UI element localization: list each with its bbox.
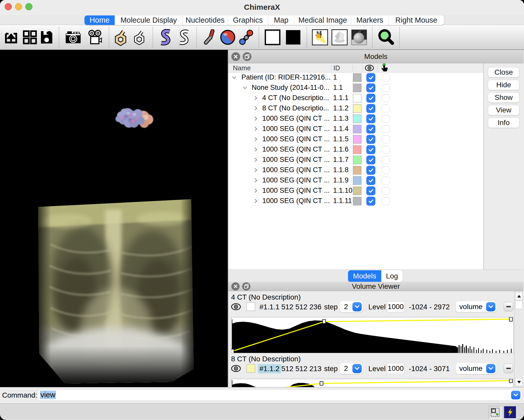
column-select-hand-icon[interactable]	[381, 63, 388, 74]
collapsed-chevron-icon[interactable]	[253, 198, 259, 204]
full-lighting-icon[interactable]	[349, 29, 369, 45]
hide-cartoons-icon[interactable]	[175, 29, 193, 45]
model-color-swatch[interactable]	[353, 176, 361, 185]
select-checkbox[interactable]	[382, 135, 390, 143]
step-select[interactable]: 2	[340, 301, 363, 312]
command-history-chevron-icon[interactable]	[511, 391, 520, 399]
select-checkbox[interactable]	[382, 166, 390, 174]
shown-checkbox[interactable]	[366, 197, 375, 206]
collapse-volume-icon[interactable]	[504, 302, 513, 311]
display-style-select[interactable]: volume	[456, 301, 496, 312]
volume-viewer-scrollbar[interactable]	[514, 291, 523, 387]
model-tree-row[interactable]: 1000 SEG (QIN CT ...1.1.6	[228, 145, 483, 155]
model-color-swatch[interactable]	[353, 135, 361, 144]
tab-markers[interactable]: Markers	[351, 15, 388, 25]
shown-checkbox[interactable]	[366, 145, 375, 154]
collapsed-chevron-icon[interactable]	[253, 116, 259, 121]
command-input[interactable]: view	[37, 389, 522, 401]
chevron-down-icon[interactable]	[486, 364, 495, 373]
shown-checkbox[interactable]	[366, 155, 375, 164]
collapsed-chevron-icon[interactable]	[253, 178, 259, 183]
volume-model-id[interactable]: #1.1.1	[258, 302, 281, 312]
tab-models[interactable]: Models	[348, 270, 381, 282]
chevron-down-icon[interactable]	[352, 302, 362, 311]
model-tree-row[interactable]: None Study (2014-11-0...1.1	[228, 83, 483, 93]
select-checkbox[interactable]	[382, 94, 390, 102]
select-checkbox[interactable]	[382, 177, 390, 185]
select-checkbox[interactable]	[382, 146, 390, 154]
volume-color-swatch[interactable]	[247, 302, 255, 311]
show-models-button[interactable]: Show	[488, 92, 519, 103]
collapsed-chevron-icon[interactable]	[253, 147, 259, 152]
tab-nucleotides[interactable]: Nucleotides	[182, 15, 227, 25]
shown-checkbox[interactable]	[366, 176, 375, 185]
histogram-1[interactable]	[231, 317, 514, 353]
eye-icon[interactable]	[231, 303, 241, 312]
select-checkbox[interactable]	[382, 187, 390, 195]
tab-home[interactable]: Home	[84, 15, 115, 25]
collapsed-chevron-icon[interactable]	[253, 136, 259, 142]
open-file-icon[interactable]	[0, 30, 22, 45]
collapse-volume-icon[interactable]	[504, 364, 513, 373]
tab-map[interactable]: Map	[268, 15, 294, 25]
model-tree-row[interactable]: 8 CT (No Descriptio...1.1.2	[228, 103, 483, 114]
expanded-chevron-icon[interactable]	[231, 75, 237, 80]
black-background-icon[interactable]	[283, 29, 303, 45]
save-icon[interactable]	[38, 30, 56, 45]
select-checkbox[interactable]	[382, 125, 390, 133]
white-background-icon[interactable]	[262, 29, 283, 45]
model-color-swatch[interactable]	[353, 73, 361, 82]
shown-checkbox[interactable]	[366, 135, 375, 144]
snapshot-camera-icon[interactable]	[62, 31, 84, 44]
hide-ligands-icon[interactable]	[131, 29, 149, 45]
hide-models-button[interactable]: Hide	[488, 80, 519, 90]
shown-checkbox[interactable]	[366, 104, 375, 113]
expanded-chevron-icon[interactable]	[242, 85, 248, 91]
select-checkbox[interactable]	[382, 156, 390, 164]
column-id[interactable]: ID	[333, 64, 340, 72]
collapsed-chevron-icon[interactable]	[253, 157, 259, 163]
tab-log[interactable]: Log	[381, 270, 403, 282]
model-tree-row[interactable]: 1000 SEG (QIN CT ...1.1.10	[228, 186, 483, 196]
show-sticks-icon[interactable]	[200, 29, 218, 45]
model-color-swatch[interactable]	[353, 84, 361, 92]
model-color-swatch[interactable]	[353, 104, 361, 113]
model-tree-row[interactable]: 1000 SEG (QIN CT ...1.1.9	[228, 176, 483, 186]
collapsed-chevron-icon[interactable]	[253, 106, 259, 111]
shown-checkbox[interactable]	[366, 186, 375, 195]
select-checkbox[interactable]	[382, 115, 390, 123]
model-tree-row[interactable]: 1000 SEG (QIN CT ...1.1.11	[228, 196, 483, 206]
model-color-swatch[interactable]	[353, 156, 361, 164]
model-color-swatch[interactable]	[353, 166, 361, 174]
shown-checkbox[interactable]	[366, 166, 375, 175]
select-checkbox[interactable]	[382, 84, 390, 92]
model-color-swatch[interactable]	[353, 197, 361, 205]
shown-checkbox[interactable]	[366, 114, 375, 123]
collapsed-chevron-icon[interactable]	[253, 95, 259, 101]
recent-files-icon[interactable]	[22, 30, 38, 45]
model-tree-row[interactable]: 1000 SEG (QIN CT ...1.1.8	[228, 165, 483, 176]
resize-graphics-icon[interactable]	[489, 406, 502, 419]
show-ball-stick-icon[interactable]	[237, 29, 256, 45]
shown-checkbox[interactable]	[366, 94, 375, 103]
chevron-down-icon[interactable]	[352, 364, 362, 373]
show-cartoons-icon[interactable]	[156, 29, 175, 46]
close-models-button[interactable]: Close	[488, 67, 519, 77]
level-input[interactable]: 1000	[387, 301, 404, 312]
model-tree-row[interactable]: 4 CT (No Descriptio...1.1.1	[228, 93, 483, 103]
soft-lighting-icon[interactable]	[330, 29, 349, 45]
select-checkbox[interactable]	[382, 74, 390, 82]
model-color-swatch[interactable]	[353, 94, 361, 102]
fast-mode-lightning-icon[interactable]	[504, 406, 517, 419]
model-tree-row[interactable]: Patient (ID: RIDER-112916...1	[228, 73, 483, 83]
tab-graphics[interactable]: Graphics	[227, 15, 268, 25]
select-checkbox[interactable]	[382, 104, 390, 112]
level-input[interactable]: 1000	[387, 363, 404, 374]
model-tree-row[interactable]: 1000 SEG (QIN CT ...1.1.7	[228, 155, 483, 165]
column-shown-eye-icon[interactable]	[365, 64, 374, 73]
model-tree-row[interactable]: 1000 SEG (QIN CT ...1.1.3	[228, 114, 483, 124]
graphics-viewport[interactable]	[0, 50, 228, 387]
eye-icon[interactable]	[231, 365, 241, 373]
collapsed-chevron-icon[interactable]	[253, 126, 259, 132]
view-models-button[interactable]: View	[488, 105, 519, 115]
